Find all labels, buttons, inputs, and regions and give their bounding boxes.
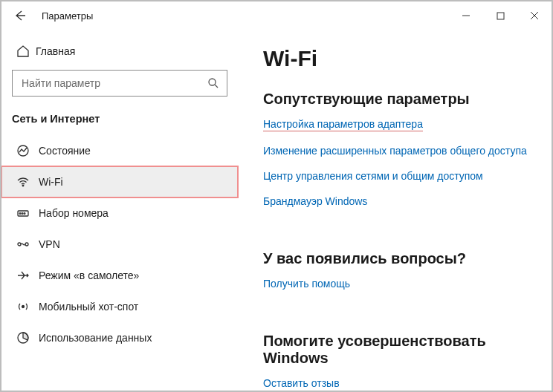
svg-rect-1 bbox=[497, 13, 504, 19]
back-button[interactable] bbox=[12, 10, 28, 22]
svg-point-14 bbox=[22, 306, 25, 308]
svg-point-4 bbox=[209, 79, 216, 85]
minimize-button[interactable] bbox=[449, 1, 483, 30]
svg-point-7 bbox=[22, 185, 24, 186]
arrow-left-icon bbox=[14, 10, 26, 22]
related-heading: Сопутствующие параметры bbox=[263, 91, 543, 108]
link-give-feedback[interactable]: Оставить отзыв bbox=[263, 377, 340, 389]
sidebar-item-wifi[interactable]: Wi-Fi bbox=[1, 166, 238, 197]
svg-point-10 bbox=[22, 213, 23, 215]
wifi-icon bbox=[16, 175, 39, 189]
maximize-button[interactable] bbox=[483, 1, 517, 30]
window-title: Параметры bbox=[28, 10, 93, 22]
dialup-icon bbox=[16, 206, 39, 220]
content: Главная Сеть и Интернет Состояние bbox=[1, 30, 552, 391]
data-usage-icon bbox=[16, 331, 39, 344]
help-heading: У вас появились вопросы? bbox=[263, 250, 543, 267]
link-get-help[interactable]: Получить помощь bbox=[263, 278, 350, 290]
sidebar-item-vpn[interactable]: VPN bbox=[1, 229, 238, 260]
search-icon bbox=[207, 77, 219, 89]
close-icon bbox=[530, 11, 539, 20]
sidebar-item-data-usage[interactable]: Использование данных bbox=[1, 322, 238, 353]
link-network-center[interactable]: Центр управления сетями и общим доступом bbox=[263, 170, 483, 182]
svg-point-12 bbox=[18, 243, 21, 246]
help-links: Получить помощь bbox=[263, 278, 543, 303]
search-field[interactable] bbox=[20, 76, 207, 90]
home-button[interactable]: Главная bbox=[1, 39, 238, 67]
titlebar: Параметры bbox=[1, 1, 552, 30]
status-icon bbox=[16, 144, 39, 157]
svg-point-13 bbox=[25, 243, 28, 246]
minimize-icon bbox=[462, 11, 470, 20]
close-button[interactable] bbox=[517, 1, 552, 30]
maximize-icon bbox=[497, 12, 505, 20]
feedback-heading: Помогите усовершенствовать Windows bbox=[263, 333, 543, 367]
sidebar-item-label: Использование данных bbox=[39, 332, 152, 344]
sidebar-item-status[interactable]: Состояние bbox=[1, 135, 238, 166]
link-windows-firewall[interactable]: Брандмауэр Windows bbox=[263, 195, 367, 207]
window-controls bbox=[449, 1, 552, 30]
sidebar: Главная Сеть и Интернет Состояние bbox=[1, 30, 238, 391]
sidebar-item-label: VPN bbox=[39, 238, 60, 250]
category-heading: Сеть и Интернет bbox=[1, 97, 238, 132]
sidebar-item-label: Состояние bbox=[39, 145, 91, 157]
hotspot-icon bbox=[16, 300, 39, 313]
main-panel: Wi-Fi Сопутствующие параметры Настройка … bbox=[238, 30, 552, 391]
page-title: Wi-Fi bbox=[263, 46, 543, 71]
sidebar-item-airplane[interactable]: Режим «в самолете» bbox=[1, 260, 238, 291]
airplane-icon bbox=[16, 269, 39, 282]
sidebar-item-dialup[interactable]: Набор номера bbox=[1, 197, 238, 229]
sidebar-item-label: Набор номера bbox=[39, 207, 109, 219]
svg-point-9 bbox=[19, 213, 21, 215]
link-advanced-sharing[interactable]: Изменение расширенных параметров общего … bbox=[263, 145, 527, 157]
search-input[interactable] bbox=[12, 70, 227, 97]
sidebar-item-label: Мобильный хот-спот bbox=[39, 301, 138, 313]
link-adapter-settings[interactable]: Настройка параметров адаптера bbox=[263, 118, 423, 131]
sidebar-item-label: Wi-Fi bbox=[39, 176, 63, 188]
sidebar-item-label: Режим «в самолете» bbox=[39, 270, 139, 281]
svg-point-11 bbox=[24, 213, 25, 215]
sidebar-item-hotspot[interactable]: Мобильный хот-спот bbox=[1, 291, 238, 322]
home-icon bbox=[16, 45, 36, 58]
nav-list: Состояние Wi-Fi Набор номера VPN bbox=[1, 135, 238, 353]
vpn-icon bbox=[16, 238, 39, 251]
home-label: Главная bbox=[36, 45, 75, 57]
related-links: Настройка параметров адаптера Изменение … bbox=[263, 118, 543, 220]
feedback-links: Оставить отзыв bbox=[263, 377, 543, 391]
svg-line-5 bbox=[215, 85, 218, 88]
